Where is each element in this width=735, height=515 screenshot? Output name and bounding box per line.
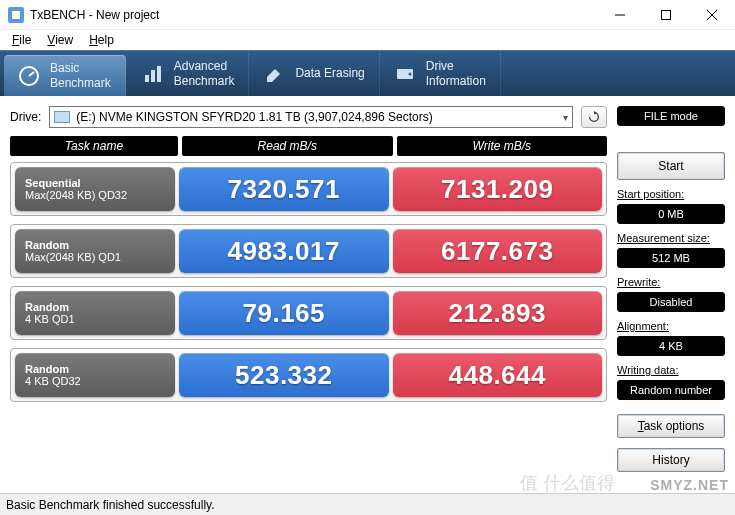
drive-selected-text: (E:) NVMe KINGSTON SFYRD20 1.81 TB (3,90… [76, 110, 432, 124]
task-cell[interactable]: RandomMax(2048 KB) QD1 [15, 229, 175, 273]
minimize-button[interactable] [597, 0, 643, 30]
drive-label: Drive: [10, 110, 41, 124]
maximize-button[interactable] [643, 0, 689, 30]
svg-rect-7 [151, 70, 155, 82]
history-button[interactable]: History [617, 448, 725, 472]
start-position-label: Start position: [617, 188, 725, 200]
svg-rect-8 [157, 66, 161, 82]
menubar: File View Help [0, 30, 735, 50]
alignment-label: Alignment: [617, 320, 725, 332]
write-value: 6177.673 [393, 229, 603, 273]
task-cell[interactable]: SequentialMax(2048 KB) QD32 [15, 167, 175, 211]
result-row: SequentialMax(2048 KB) QD32 7320.571 713… [10, 162, 607, 216]
read-value: 79.165 [179, 291, 389, 335]
header-read: Read mB/s [182, 136, 393, 156]
window-controls [597, 0, 735, 30]
app-icon [8, 7, 24, 23]
bars-icon [142, 63, 164, 85]
header-row: Task name Read mB/s Write mB/s [10, 136, 607, 156]
titlebar: TxBENCH - New project [0, 0, 735, 30]
write-value: 7131.209 [393, 167, 603, 211]
start-position-value[interactable]: 0 MB [617, 204, 725, 224]
tab-label: AdvancedBenchmark [174, 59, 235, 88]
alignment-value[interactable]: 4 KB [617, 336, 725, 356]
close-button[interactable] [689, 0, 735, 30]
drive-icon [394, 63, 416, 85]
reload-button[interactable] [581, 106, 607, 128]
write-value: 212.893 [393, 291, 603, 335]
task-options-button[interactable]: Task options [617, 414, 725, 438]
content-area: Drive: (E:) NVMe KINGSTON SFYRD20 1.81 T… [0, 96, 735, 493]
measurement-size-value[interactable]: 512 MB [617, 248, 725, 268]
result-row: RandomMax(2048 KB) QD1 4983.017 6177.673 [10, 224, 607, 278]
read-value: 523.332 [179, 353, 389, 397]
status-text: Basic Benchmark finished successfully. [6, 498, 215, 512]
writing-data-label: Writing data: [617, 364, 725, 376]
reload-icon [587, 110, 601, 124]
status-bar: Basic Benchmark finished successfully. [0, 493, 735, 515]
result-row: Random4 KB QD32 523.332 448.644 [10, 348, 607, 402]
svg-point-10 [408, 72, 411, 75]
svg-rect-6 [145, 75, 149, 82]
gauge-icon [18, 65, 40, 87]
read-value: 4983.017 [179, 229, 389, 273]
tab-data-erasing[interactable]: Data Erasing [249, 51, 379, 96]
window-title: TxBENCH - New project [30, 8, 597, 22]
menu-view[interactable]: View [39, 31, 81, 49]
file-mode-indicator: FILE mode [617, 106, 725, 126]
tab-advanced-benchmark[interactable]: AdvancedBenchmark [128, 51, 250, 96]
drive-row: Drive: (E:) NVMe KINGSTON SFYRD20 1.81 T… [10, 106, 607, 128]
tab-drive-information[interactable]: DriveInformation [380, 51, 501, 96]
main-panel: Drive: (E:) NVMe KINGSTON SFYRD20 1.81 T… [10, 106, 607, 493]
write-value: 448.644 [393, 353, 603, 397]
start-button[interactable]: Start [617, 152, 725, 180]
prewrite-label: Prewrite: [617, 276, 725, 288]
svg-line-5 [29, 72, 34, 76]
sidebar: FILE mode Start Start position: 0 MB Mea… [617, 106, 725, 493]
prewrite-value[interactable]: Disabled [617, 292, 725, 312]
writing-data-value[interactable]: Random number [617, 380, 725, 400]
task-cell[interactable]: Random4 KB QD1 [15, 291, 175, 335]
erase-icon [263, 63, 285, 85]
header-task: Task name [10, 136, 178, 156]
menu-file[interactable]: File [4, 31, 39, 49]
task-cell[interactable]: Random4 KB QD32 [15, 353, 175, 397]
header-write: Write mB/s [397, 136, 608, 156]
disk-icon [54, 111, 70, 123]
read-value: 7320.571 [179, 167, 389, 211]
results-list: SequentialMax(2048 KB) QD32 7320.571 713… [10, 162, 607, 402]
tab-basic-benchmark[interactable]: BasicBenchmark [4, 55, 126, 96]
menu-help[interactable]: Help [81, 31, 122, 49]
tab-label: DriveInformation [426, 59, 486, 88]
tabbar: BasicBenchmark AdvancedBenchmark Data Er… [0, 50, 735, 96]
chevron-down-icon: ▾ [563, 112, 568, 123]
result-row: Random4 KB QD1 79.165 212.893 [10, 286, 607, 340]
measurement-size-label: Measurement size: [617, 232, 725, 244]
drive-select[interactable]: (E:) NVMe KINGSTON SFYRD20 1.81 TB (3,90… [49, 106, 573, 128]
tab-label: Data Erasing [295, 66, 364, 80]
svg-rect-1 [662, 10, 671, 19]
tab-label: BasicBenchmark [50, 61, 111, 90]
